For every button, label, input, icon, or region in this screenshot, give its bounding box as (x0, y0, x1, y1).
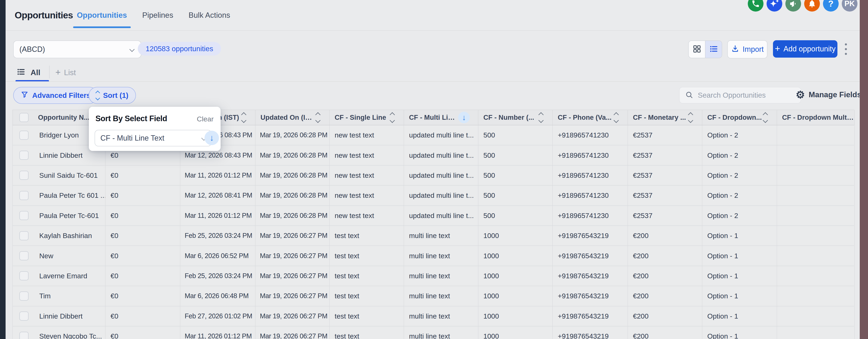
import-button[interactable]: Import (727, 40, 767, 59)
list-view-icon (709, 44, 718, 54)
row-checkbox[interactable] (20, 271, 29, 280)
pipeline-select[interactable]: (ABCD) (13, 40, 141, 58)
sort-popup-title: Sort By Select Field (95, 114, 167, 123)
cell-dropdown: Option - 2 (702, 166, 777, 185)
table-row[interactable]: Laverne Emard€0Feb 25, 2026 03:24 PMMar … (12, 266, 855, 286)
grid-view-icon (692, 44, 702, 54)
row-checkbox[interactable] (20, 151, 29, 160)
cell-monetary: €200 (628, 286, 702, 306)
tab-bulk-actions[interactable]: Bulk Actions (189, 0, 230, 30)
bell-icon[interactable] (804, 0, 820, 11)
cell-updated: Mar 19, 2026 06:27 PM (255, 246, 330, 266)
cell-phone: +918965741230 (553, 185, 628, 205)
sort-direction-button[interactable]: ↓ (205, 131, 219, 145)
cell-single_line: test text (330, 266, 404, 286)
table-row[interactable]: Linnie Dibbert€0Feb 27, 2026 01:02 PMMar… (12, 306, 855, 327)
cell-value: €0 (105, 185, 180, 205)
table-row[interactable]: Kaylah Bashirian€0Feb 25, 2026 03:24 PMM… (12, 226, 855, 246)
row-checkbox[interactable] (20, 251, 29, 260)
cell-name: Kaylah Bashirian (13, 226, 105, 245)
add-opportunity-button[interactable]: + Add opportunity (773, 40, 837, 58)
cell-number: 1000 (478, 226, 553, 245)
cell-value: €0 (105, 286, 180, 306)
cell-value: €0 (105, 226, 180, 245)
cell-monetary: €200 (628, 266, 702, 286)
row-checkbox[interactable] (20, 332, 29, 339)
table-row[interactable]: Paula Peter Tc 601 ...€0Mar 12, 2026 08:… (12, 185, 855, 206)
column-header-number[interactable]: CF - Number (... (478, 110, 553, 125)
advanced-filters-button[interactable]: Advanced Filters (13, 87, 98, 104)
sort-field-select[interactable]: CF - Multi Line Text (95, 130, 212, 146)
row-checkbox[interactable] (20, 231, 29, 240)
column-header-multi_line[interactable]: CF - Multi Line ...↓ (404, 110, 478, 125)
cell-number: 1000 (478, 306, 553, 326)
column-header-monetary[interactable]: CF - Monetary ... (628, 110, 702, 125)
row-checkbox[interactable] (20, 311, 29, 320)
sort-clear-button[interactable]: Clear (197, 115, 214, 123)
cell-name: Tim (13, 286, 105, 306)
filter-funnel-icon (21, 91, 29, 100)
phone-icon[interactable] (748, 0, 764, 11)
grid-view-button[interactable] (689, 41, 705, 58)
table-row[interactable]: New€0Mar 6, 2026 06:52 PMMar 19, 2026 06… (12, 246, 855, 266)
cell-dropdown: Option - 1 (702, 327, 777, 339)
column-header-dropdown[interactable]: CF - Dropdown... (702, 110, 777, 125)
column-header-label: CF - Dropdown... (707, 113, 762, 122)
left-window-edge (0, 0, 6, 339)
cell-created: Mar 11, 2026 01:12 PM (180, 327, 255, 339)
cell-single_line: new test text (330, 125, 404, 145)
view-tab-all[interactable]: All (17, 64, 40, 81)
cell-dropdown_multi (777, 226, 855, 245)
tab-opportunities[interactable]: Opportunities (77, 0, 127, 30)
cell-monetary: €200 (628, 246, 702, 266)
opportunity-name: Linnie Dibbert (39, 151, 83, 159)
cell-value: €0 (105, 266, 180, 286)
table-row[interactable]: Steven Ngcobo Tc...€0Mar 11, 2026 01:12 … (12, 327, 855, 339)
cell-multi_line: updated multi line t... (404, 166, 478, 185)
megaphone-icon[interactable] (785, 0, 801, 11)
cell-number: 1000 (478, 327, 553, 339)
cell-name: Sunil Saidu Tc-601 (13, 166, 105, 185)
tab-pipelines[interactable]: Pipelines (142, 0, 173, 30)
arrow-down-icon: ↓ (210, 133, 214, 143)
column-header-phone[interactable]: CF - Phone (Va... (553, 110, 628, 125)
search-input[interactable] (698, 91, 795, 100)
select-all-checkbox[interactable] (20, 113, 29, 122)
column-header-dropdown_multi[interactable]: CF - Dropdown Multi... (777, 110, 855, 125)
opportunity-name: New (39, 252, 53, 260)
avatar[interactable]: PK (842, 0, 858, 11)
cell-name: New (13, 246, 105, 266)
row-checkbox[interactable] (20, 171, 29, 180)
cell-number: 500 (478, 145, 553, 165)
row-checkbox[interactable] (20, 131, 29, 140)
cell-name: Linnie Dibbert (13, 306, 105, 326)
cell-created: Mar 11, 2026 01:12 PM (180, 206, 255, 226)
cell-value: €0 (105, 246, 180, 266)
row-checkbox[interactable] (20, 211, 29, 220)
more-options-button[interactable] (843, 43, 849, 55)
cell-multi_line: multi line text (404, 306, 478, 326)
table-row[interactable]: Paula Peter Tc-601€0Mar 11, 2026 01:12 P… (12, 206, 855, 226)
table-row[interactable]: Tim€0Mar 6, 2026 06:48 PMMar 19, 2026 06… (12, 286, 855, 306)
cell-phone: +919876543219 (553, 306, 628, 326)
cell-dropdown: Option - 2 (702, 145, 777, 165)
manage-fields-button[interactable]: ⚙ Manage Fields (796, 87, 861, 103)
help-icon[interactable]: ? (823, 0, 839, 11)
column-header-updated[interactable]: Updated On (IST) (255, 110, 330, 125)
cell-single_line: test text (330, 226, 404, 245)
add-list-tab[interactable]: + List (55, 64, 76, 81)
table-row[interactable]: Sunil Saidu Tc-601€0Mar 11, 2026 01:12 P… (12, 166, 855, 185)
cell-created: Mar 12, 2026 08:41 PM (180, 185, 255, 205)
cell-dropdown_multi (777, 306, 855, 326)
list-view-button[interactable] (705, 41, 722, 58)
column-header-single_line[interactable]: CF - Single Line (330, 110, 404, 125)
sort-button[interactable]: Sort (1) (89, 87, 136, 104)
view-tab-all-label: All (31, 68, 40, 77)
row-checkbox[interactable] (20, 292, 29, 301)
cell-single_line: test text (330, 306, 404, 326)
sort-arrows-icon (316, 113, 320, 122)
row-checkbox[interactable] (20, 191, 29, 200)
sort-arrows-icon (391, 113, 394, 122)
ai-sparkle-icon[interactable]: ✦✦ (767, 0, 782, 11)
column-header-label: CF - Phone (Va... (558, 113, 612, 122)
